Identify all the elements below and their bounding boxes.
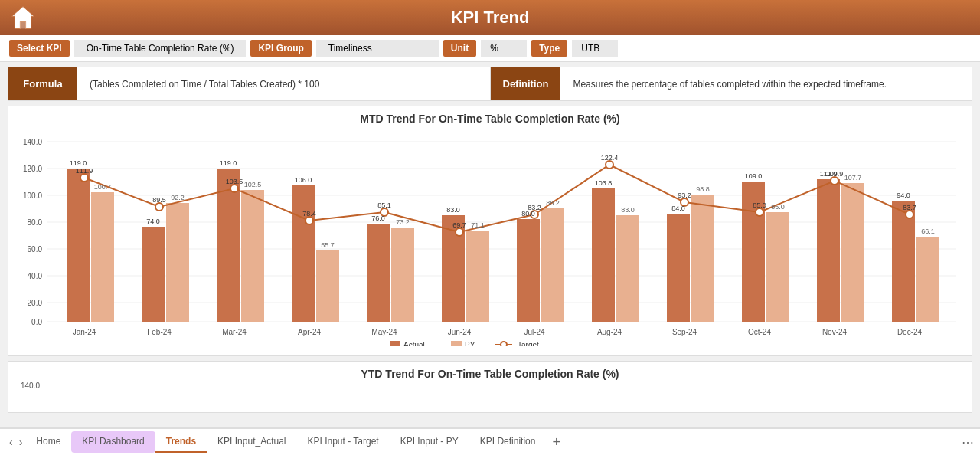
label-target-aug: 122.4 (601, 154, 619, 162)
tab-trends[interactable]: Trends (155, 431, 207, 453)
x-label-feb: Feb-24 (147, 328, 172, 336)
header: KPI Trend (0, 0, 980, 35)
label-actual-sep: 84.0 (671, 205, 685, 212)
bar-actual-jan (67, 169, 90, 322)
label-py-nov: 107.7 (844, 174, 862, 182)
legend-actual-icon (390, 341, 400, 346)
tab-prev-arrow[interactable]: ‹ (6, 436, 16, 448)
svg-text:20.0: 20.0 (28, 299, 43, 307)
type-value: UTB (572, 40, 618, 57)
label-actual-jan: 119.0 (70, 159, 87, 167)
label-target-jul: 83.2 (528, 204, 541, 211)
legend-py-icon (451, 341, 462, 346)
label-actual-apr: 106.0 (295, 176, 312, 184)
label-actual-feb: 74.0 (146, 218, 160, 225)
select-kpi-value: On-Time Table Completion Rate (%) (74, 40, 247, 57)
bar-py-feb (166, 203, 189, 322)
target-dot-aug (606, 161, 613, 169)
label-py-sep: 98.8 (696, 185, 710, 193)
tab-next-arrow[interactable]: › (16, 436, 26, 448)
kpi-info-bar: Select KPI On-Time Table Completion Rate… (0, 35, 980, 62)
label-actual-jun: 83.0 (446, 206, 460, 214)
bar-actual-jul (517, 219, 540, 322)
label-target-apr: 78.4 (302, 210, 316, 218)
label-target-jun: 69.7 (452, 221, 466, 229)
page-title: KPI Trend (451, 8, 530, 28)
formula-label: Formula (8, 67, 77, 100)
label-py-dec: 66.1 (921, 228, 935, 235)
bar-py-mar (241, 190, 264, 322)
ytd-chart-container: YTD Trend For On-Time Table Completion R… (8, 361, 972, 413)
definition-text: Measures the percentage of tables comple… (560, 71, 899, 97)
bar-actual-nov (817, 179, 840, 322)
tab-home[interactable]: Home (25, 431, 71, 453)
mtd-chart-title: MTD Trend For On-Time Table Completion R… (15, 113, 965, 125)
target-dot-apr (305, 217, 313, 224)
bar-py-apr (316, 250, 339, 322)
label-py-may: 73.2 (396, 218, 410, 226)
label-target-sep: 93.2 (678, 191, 691, 199)
kpi-group-value: Timeliness (316, 40, 439, 57)
label-actual-aug: 103.8 (595, 179, 612, 187)
svg-text:120.0: 120.0 (23, 165, 42, 173)
target-dot-oct (756, 208, 763, 216)
x-label-aug: Aug-24 (597, 328, 622, 336)
label-py-oct: 85.0 (771, 203, 785, 211)
x-label-sep: Sep-24 (672, 328, 697, 336)
svg-text:40.0: 40.0 (28, 272, 43, 280)
tab-kpi-input-py[interactable]: KPI Input - PY (390, 431, 469, 453)
bar-actual-apr (292, 185, 315, 322)
bar-actual-dec (892, 201, 915, 322)
svg-text:0.0: 0.0 (31, 318, 42, 326)
unit-label: Unit (443, 40, 476, 57)
bar-actual-sep (667, 214, 690, 322)
home-icon[interactable] (9, 4, 37, 31)
bar-py-jul (541, 208, 564, 322)
tab-kpi-input-target[interactable]: KPI Input - Target (297, 431, 390, 453)
label-py-feb: 92.2 (171, 194, 185, 201)
x-label-nov: Nov-24 (822, 328, 848, 336)
tab-more-button[interactable]: ⋯ (962, 435, 974, 450)
target-dot-feb (155, 203, 163, 211)
definition-section: Definition Measures the percentage of ta… (491, 67, 972, 100)
label-target-jan: 111.9 (76, 167, 93, 175)
svg-text:140.0: 140.0 (23, 138, 42, 146)
bar-py-aug (616, 215, 639, 322)
tab-add-button[interactable]: + (546, 434, 567, 450)
svg-text:60.0: 60.0 (28, 245, 43, 254)
bar-py-jan (91, 192, 114, 322)
label-actual-mar: 119.0 (220, 159, 237, 167)
target-dot-nov (831, 177, 838, 185)
select-kpi-label: Select KPI (9, 40, 70, 57)
ytd-y-start: 140.0 (21, 381, 40, 390)
bar-actual-aug (592, 188, 615, 322)
label-target-dec: 83.7 (903, 204, 916, 211)
legend-target-label: Target (518, 341, 539, 346)
x-label-may: May-24 (371, 328, 397, 336)
x-label-jun: Jun-24 (448, 328, 472, 336)
bottom-tab-bar: ‹ › Home KPI Dashboard Trends KPI Input_… (0, 427, 980, 455)
label-py-aug: 83.0 (621, 206, 635, 214)
formula-text: (Tables Completed on Time / Total Tables… (77, 71, 332, 97)
target-dot-mar (230, 185, 238, 192)
target-dot-jun (456, 228, 463, 236)
tab-kpi-definition[interactable]: KPI Definition (469, 431, 547, 453)
svg-rect-1 (20, 21, 27, 28)
formula-definition-bar: Formula (Tables Completed on Time / Tota… (8, 67, 972, 101)
legend-target-dot (501, 342, 507, 346)
legend-actual-label: Actual (403, 341, 425, 346)
x-label-jan: Jan-24 (73, 328, 96, 336)
label-target-mar: 103.5 (226, 178, 243, 185)
label-target-nov: 109.9 (826, 170, 844, 178)
x-label-dec: Dec-24 (897, 328, 923, 336)
label-py-mar: 102.5 (244, 181, 262, 188)
x-label-mar: Mar-24 (222, 328, 247, 336)
unit-value: % (481, 40, 527, 57)
tab-kpi-input-actual[interactable]: KPI Input_Actual (207, 431, 296, 453)
legend-py-label: PY (465, 341, 475, 346)
bar-py-oct (766, 212, 789, 322)
bar-actual-feb (142, 227, 165, 322)
bar-py-jun (466, 231, 489, 322)
tab-kpi-dashboard[interactable]: KPI Dashboard (71, 431, 155, 453)
mtd-chart-svg: 140.0 120.0 100.0 80.0 60.0 40.0 20.0 0.… (15, 128, 961, 346)
